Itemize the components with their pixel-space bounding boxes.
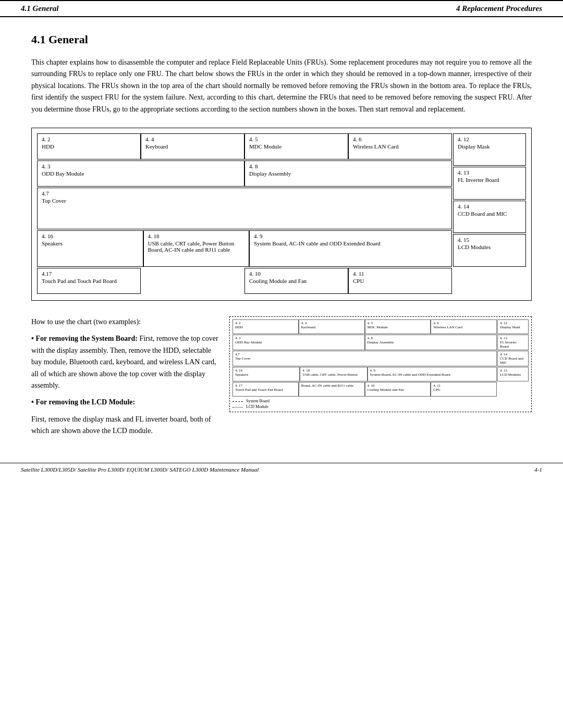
- s-mdc: 4. 5 MDC Module: [365, 319, 431, 334]
- section-title: 4.1 General: [31, 33, 532, 46]
- s-usb-cable: 4. 18 USB cable, CRT cable, Power Button: [300, 367, 367, 381]
- cell-touchpad: 4.17 Touch Pad and Touch Pad Board: [37, 268, 141, 294]
- s-hdd: 4. 2 HDD: [232, 319, 299, 334]
- s-sys-board: 4. 9 System Board, AC-IN cable and ODD E…: [368, 367, 497, 381]
- s-display-mask: 4. 12 Display Mask: [497, 319, 529, 334]
- right-column: 4. 12 Display Mask 4. 13 FL Inverter Boa…: [453, 133, 526, 295]
- cell-right-empty: [453, 268, 526, 295]
- example2: • For removing the LCD Module: First, re…: [31, 397, 219, 437]
- s-wireless: 4. 6 Wireless LAN Card: [431, 319, 497, 334]
- fru-chart: 4. 2 HDD 4. 4 Keyboard 4. 5 MDC Module: [31, 128, 532, 301]
- small-chart-area: 4. 2 HDD 4. 4 Keyboard 4. 5 MDC Module: [229, 316, 532, 442]
- cell-keyboard: 4. 4 Keyboard: [141, 133, 244, 159]
- header-left: 4.1 General: [21, 4, 59, 13]
- s-keyboard: 4. 4 Keyboard: [299, 319, 365, 334]
- cell-display-assembly: 4. 8 Display Assembly: [244, 161, 452, 187]
- cell-wireless: 4. 6 Wireless LAN Card: [348, 133, 452, 159]
- s-ccd: 4. 14 CCD Board and MIC: [497, 351, 529, 366]
- s-top-cover: 4.7 Top Cover: [232, 351, 497, 366]
- s-right-empty: [497, 382, 529, 397]
- s-display-asm: 4. 8 Display Assembly: [365, 335, 497, 350]
- cell-mdc: 4. 5 MDC Module: [244, 133, 348, 159]
- s-fl-inv: 4. 13 FL Inverter Board: [497, 335, 529, 350]
- example2-title: • For removing the LCD Module:: [31, 398, 135, 406]
- main-content: 4.1 General This chapter explains how to…: [0, 33, 563, 452]
- s-right-col-3: 4. 14 CCD Board and MIC: [497, 351, 529, 366]
- bottom-section: How to use the chart (two examples): • F…: [31, 316, 532, 442]
- legend-system-board: System Board: [246, 399, 270, 403]
- header-right: 4 Replacement Procedures: [456, 4, 542, 13]
- example2-text: First, remove the display mask and FL in…: [31, 414, 219, 437]
- s-touchpad: 4. 17 Touch Pad and Touch Pad Board: [232, 382, 299, 397]
- cell-system-board: 4. 9 System Board, AC-IN cable and ODD E…: [249, 230, 452, 267]
- cell-fl-inverter: 4. 13 FL Inverter Board: [453, 167, 526, 199]
- page-footer: Satellite L300D/L305D/ Satellite Pro L30…: [0, 463, 563, 476]
- cell-lcd-modules: 4. 15 LCD Modules: [453, 234, 526, 266]
- cell-speakers: 4. 16 Speakers: [37, 230, 143, 267]
- dashed-line-icon: [232, 401, 243, 402]
- body-text: This chapter explains how to disassemble…: [31, 57, 532, 115]
- page-container: 4.1 General 4 Replacement Procedures 4.1…: [0, 0, 563, 728]
- example1-text: First, remove the top cover with the dis…: [31, 335, 218, 389]
- cell-top-cover: 4.7 Top Cover: [37, 188, 452, 229]
- s-right-col-4: 4. 15 LCD Modules: [497, 367, 529, 381]
- s-rj11: Board, AC-IN cable and RJ11 cable: [299, 382, 365, 397]
- small-chart-legend: System Board LCD Module: [232, 399, 529, 409]
- footer-left: Satellite L300D/L305D/ Satellite Pro L30…: [21, 466, 259, 473]
- s-odd: 4. 3 ODD Bay Module: [232, 335, 365, 350]
- s-speakers: 4. 16 Speakers: [232, 367, 300, 381]
- footer-right: 4-1: [534, 466, 542, 473]
- cell-hdd: 4. 2 HDD: [37, 133, 141, 159]
- bottom-text: How to use the chart (two examples): • F…: [31, 316, 219, 442]
- example1: • For removing the System Board: First, …: [31, 333, 219, 391]
- cell-odd: 4. 3 ODD Bay Module: [37, 161, 244, 187]
- s-lcd-mod: 4. 15 LCD Modules: [497, 367, 529, 381]
- page-header: 4.1 General 4 Replacement Procedures: [0, 0, 563, 17]
- s-cooling: 4. 10 Cooling Module and Fan: [365, 382, 431, 397]
- chart-intro: How to use the chart (two examples):: [31, 316, 219, 328]
- s-right-col-2: 4. 13 FL Inverter Board: [497, 335, 529, 350]
- cell-cooling: 4. 10 Cooling Module and Fan: [244, 268, 348, 294]
- dotted-line-icon: [232, 407, 243, 408]
- s-cpu: 4. 11 CPU: [431, 382, 497, 397]
- cell-empty: [141, 268, 244, 294]
- cell-display-mask: 4. 12 Display Mask: [453, 133, 526, 166]
- small-chart: 4. 2 HDD 4. 4 Keyboard 4. 5 MDC Module: [229, 316, 532, 412]
- cell-usb-cable: 4. 18 USB cable, CRT cable, Power Button…: [143, 230, 250, 267]
- example1-title: • For removing the System Board:: [31, 335, 138, 342]
- legend-lcd-module: LCD Module: [246, 404, 268, 409]
- cell-ccd: 4. 14 CCD Board and MIC: [453, 201, 526, 233]
- cell-cpu: 4. 11 CPU: [348, 268, 452, 294]
- s-right-col-top: 4. 12 Display Mask: [497, 319, 529, 334]
